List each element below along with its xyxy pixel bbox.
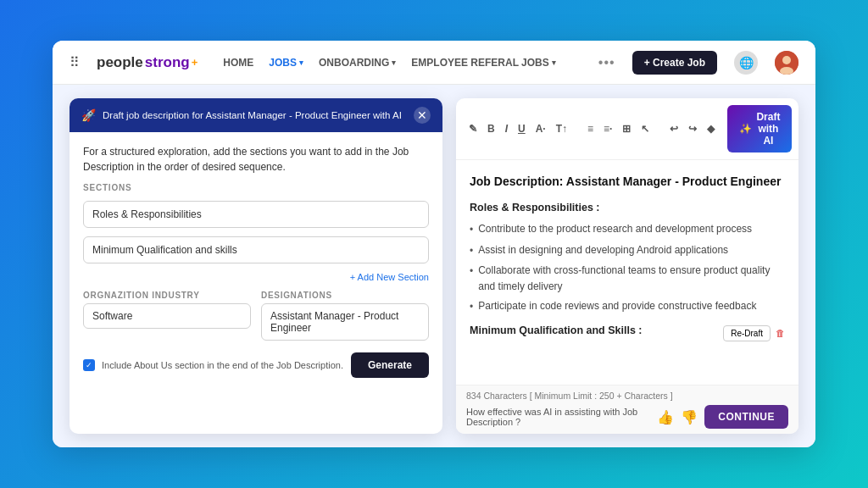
text-size-tool[interactable]: T↑ bbox=[554, 121, 570, 136]
designations-label: DESIGNATIONS bbox=[261, 291, 429, 300]
roles-item-1: Contribute to the product research and d… bbox=[470, 221, 785, 238]
org-industry-group: ORGNAZITION INDUSTRY Software bbox=[83, 291, 251, 341]
form-row: ORGNAZITION INDUSTRY Software DESIGNATIO… bbox=[83, 291, 429, 341]
nav-employee-referal[interactable]: EMPLOYEE REFERAL JOBS ▾ bbox=[411, 57, 555, 69]
onboarding-chevron: ▾ bbox=[392, 58, 396, 67]
referal-chevron: ▾ bbox=[552, 58, 556, 67]
content-area: 🚀 Draft job description for Assistant Ma… bbox=[53, 85, 815, 447]
create-job-button[interactable]: + Create Job bbox=[632, 51, 717, 75]
roles-item-4: Participate in code reviews and provide … bbox=[470, 298, 785, 315]
include-about-checkbox[interactable]: ✓ bbox=[83, 359, 95, 371]
cursor-tool[interactable]: ↖ bbox=[638, 121, 652, 136]
nav-onboarding[interactable]: ONBOARDING ▾ bbox=[319, 57, 396, 69]
feedback-row: How effective was AI in assisting with J… bbox=[466, 405, 788, 429]
section2-input[interactable]: Minimum Qualification and skills bbox=[83, 236, 429, 263]
editor-doc-title: Job Description: Assistant Manager - Pro… bbox=[470, 172, 785, 191]
list-tool[interactable]: ≡ bbox=[585, 121, 596, 136]
close-icon[interactable]: ✕ bbox=[414, 107, 431, 124]
logo-plus-text: + bbox=[192, 56, 198, 69]
nav-more-dots[interactable]: ••• bbox=[598, 55, 615, 70]
redraft-button[interactable]: Re-Draft bbox=[723, 325, 771, 341]
redraft-label: Re-Draft bbox=[731, 329, 763, 338]
add-new-section-button[interactable]: + Add New Section bbox=[83, 272, 429, 282]
rocket-icon: 🚀 bbox=[81, 108, 96, 122]
org-industry-input[interactable]: Software bbox=[83, 303, 251, 329]
roles-list: Contribute to the product research and d… bbox=[470, 221, 785, 315]
italic-tool[interactable]: I bbox=[503, 121, 510, 136]
thumbs-up-icon[interactable]: 👍 bbox=[657, 409, 674, 425]
special-tool[interactable]: ◆ bbox=[704, 121, 717, 136]
globe-icon[interactable]: 🌐 bbox=[734, 51, 758, 75]
underline-tool[interactable]: U bbox=[515, 121, 528, 136]
jobs-chevron: ▾ bbox=[299, 58, 303, 67]
continue-button[interactable]: CONTINUE bbox=[704, 405, 788, 429]
editor-footer: 834 Characters [ Minimum Limit : 250 + C… bbox=[456, 385, 798, 434]
bold-tool[interactable]: B bbox=[485, 121, 498, 136]
roles-section-title: Roles & Responsibilities : bbox=[470, 199, 785, 216]
draft-ai-label: Draft with AI bbox=[756, 111, 780, 147]
designations-input[interactable]: Assistant Manager - Product Engineer bbox=[261, 303, 429, 341]
char-count: 834 Characters [ Minimum Limit : 250 + C… bbox=[466, 391, 788, 401]
roles-item-3: Collaborate with cross-functional teams … bbox=[470, 263, 785, 295]
nav-links: HOME JOBS ▾ ONBOARDING ▾ EMPLOYEE REFERA… bbox=[223, 57, 581, 69]
delete-section-icon[interactable]: 🗑 bbox=[776, 326, 785, 341]
font-color-tool[interactable]: A· bbox=[533, 121, 548, 136]
indent-tool[interactable]: ⊞ bbox=[620, 121, 633, 136]
right-panel: ✎ B I U A· T↑ ≡ ≡· ⊞ ↖ ↩ ↪ ◆ ✨ Draft wit… bbox=[456, 98, 798, 434]
editor-content[interactable]: Job Description: Assistant Manager - Pro… bbox=[456, 160, 798, 385]
navbar: ⠿ peoplestrong+ HOME JOBS ▾ ONBOARDING ▾… bbox=[53, 41, 815, 85]
org-industry-label: ORGNAZITION INDUSTRY bbox=[83, 291, 251, 300]
nav-jobs[interactable]: JOBS ▾ bbox=[269, 57, 303, 69]
footer-row: ✓ Include About Us section in the end of… bbox=[83, 349, 429, 378]
thumbs-down-icon[interactable]: 👎 bbox=[681, 409, 698, 425]
svg-point-1 bbox=[782, 56, 791, 64]
left-panel-header: 🚀 Draft job description for Assistant Ma… bbox=[70, 98, 442, 132]
roles-item-2: Assist in designing and developing Andro… bbox=[470, 242, 785, 259]
sections-label: SECTIONS bbox=[83, 183, 429, 192]
left-panel-description: For a structured exploration, add the se… bbox=[83, 144, 429, 175]
logo-people-text: people bbox=[97, 54, 143, 71]
left-panel-body: For a structured exploration, add the se… bbox=[70, 132, 442, 434]
designations-group: DESIGNATIONS Assistant Manager - Product… bbox=[261, 291, 429, 341]
logo-strong-text: strong bbox=[145, 54, 190, 71]
avatar[interactable] bbox=[775, 51, 798, 75]
nav-home[interactable]: HOME bbox=[223, 57, 253, 69]
draft-ai-icon: ✨ bbox=[739, 123, 752, 135]
feedback-label: How effective was AI in assisting with J… bbox=[466, 407, 650, 427]
undo-tool[interactable]: ↩ bbox=[667, 121, 681, 136]
ordered-list-tool[interactable]: ≡· bbox=[601, 121, 615, 136]
generate-button[interactable]: Generate bbox=[351, 352, 429, 378]
main-container: ⠿ peoplestrong+ HOME JOBS ▾ ONBOARDING ▾… bbox=[53, 41, 815, 447]
redo-tool[interactable]: ↪ bbox=[686, 121, 699, 136]
section1-input[interactable]: Roles & Responsibilities bbox=[83, 201, 429, 228]
grid-icon[interactable]: ⠿ bbox=[70, 54, 80, 70]
editor-toolbar: ✎ B I U A· T↑ ≡ ≡· ⊞ ↖ ↩ ↪ ◆ ✨ Draft wit… bbox=[456, 98, 798, 160]
pencil-tool[interactable]: ✎ bbox=[466, 121, 480, 136]
draft-ai-button[interactable]: ✨ Draft with AI bbox=[727, 105, 792, 152]
logo: peoplestrong+ bbox=[97, 54, 198, 71]
min-qual-section: Minimum Qualification and Skills : Re-Dr… bbox=[470, 322, 785, 344]
include-about-label: Include About Us section in the end of t… bbox=[102, 360, 344, 370]
min-qual-title: Minimum Qualification and Skills : bbox=[470, 322, 643, 339]
left-panel-title: Draft job description for Assistant Mana… bbox=[103, 110, 407, 120]
left-panel: 🚀 Draft job description for Assistant Ma… bbox=[70, 98, 442, 434]
